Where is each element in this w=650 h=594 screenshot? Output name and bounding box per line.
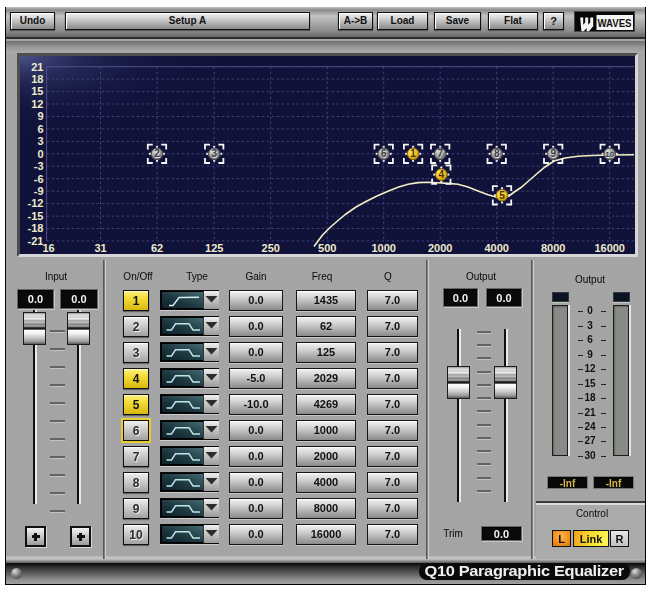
svg-text:8000: 8000 bbox=[541, 242, 565, 254]
svg-text:16000: 16000 bbox=[594, 242, 625, 254]
svg-text:12: 12 bbox=[31, 98, 43, 110]
svg-text:6: 6 bbox=[37, 123, 43, 135]
svg-text:2000: 2000 bbox=[428, 242, 452, 254]
svg-text:125: 125 bbox=[205, 242, 223, 254]
svg-text:6: 6 bbox=[381, 148, 387, 159]
svg-text:7: 7 bbox=[437, 148, 443, 159]
svg-text:-15: -15 bbox=[28, 210, 44, 222]
svg-text:-3: -3 bbox=[34, 160, 44, 172]
svg-text:0: 0 bbox=[37, 148, 43, 160]
svg-text:3: 3 bbox=[211, 148, 217, 159]
svg-text:-21: -21 bbox=[28, 235, 44, 247]
svg-text:250: 250 bbox=[262, 242, 280, 254]
svg-text:21: 21 bbox=[31, 61, 43, 73]
svg-text:5: 5 bbox=[499, 190, 505, 201]
svg-text:18: 18 bbox=[31, 73, 43, 85]
svg-text:-18: -18 bbox=[28, 222, 44, 234]
svg-text:WAVES: WAVES bbox=[598, 17, 632, 29]
svg-text:10: 10 bbox=[605, 150, 614, 159]
svg-text:4000: 4000 bbox=[484, 242, 508, 254]
svg-text:1: 1 bbox=[410, 148, 416, 159]
svg-text:4: 4 bbox=[439, 169, 445, 180]
svg-text:16: 16 bbox=[42, 242, 54, 254]
svg-text:15: 15 bbox=[31, 85, 43, 97]
svg-text:-9: -9 bbox=[34, 185, 44, 197]
svg-text:-12: -12 bbox=[28, 197, 44, 209]
svg-text:62: 62 bbox=[151, 242, 163, 254]
svg-text:-6: -6 bbox=[34, 173, 44, 185]
svg-text:2: 2 bbox=[154, 148, 160, 159]
svg-text:3: 3 bbox=[37, 135, 43, 147]
svg-text:500: 500 bbox=[318, 242, 336, 254]
svg-text:8: 8 bbox=[494, 148, 500, 159]
svg-text:31: 31 bbox=[94, 242, 106, 254]
svg-text:9: 9 bbox=[37, 110, 43, 122]
svg-text:9: 9 bbox=[550, 148, 556, 159]
svg-text:1000: 1000 bbox=[371, 242, 395, 254]
